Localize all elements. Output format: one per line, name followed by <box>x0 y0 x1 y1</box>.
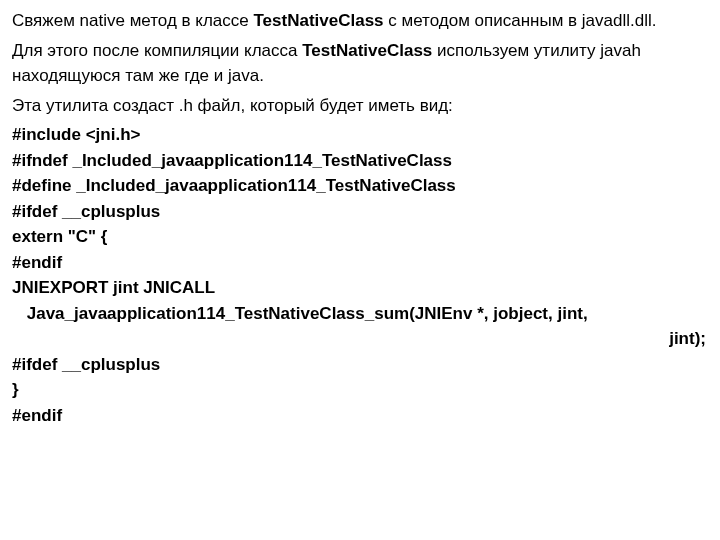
code-ifdef-cpp-1: #ifdef __cplusplus <box>12 199 708 225</box>
paragraph-1: Свяжем native метод в классе TestNativeC… <box>12 8 708 34</box>
code-endif-2: #endif <box>12 403 708 429</box>
class-name: TestNativeClass <box>253 11 383 30</box>
text: Свяжем native метод в классе <box>12 11 253 30</box>
paragraph-2: Для этого после компиляции класса TestNa… <box>12 38 708 89</box>
paragraph-3: Эта утилита создаст .h файл, который буд… <box>12 93 708 119</box>
code-ifdef-cpp-2: #ifdef __cplusplus <box>12 352 708 378</box>
code-close-brace: } <box>12 377 708 403</box>
code-function-sig: Java_javaapplication114_TestNativeClass_… <box>12 301 708 327</box>
code-ifndef: #ifndef _Included_javaapplication114_Tes… <box>12 148 708 174</box>
code-define: #define _Included_javaapplication114_Tes… <box>12 173 708 199</box>
class-name: TestNativeClass <box>302 41 432 60</box>
code-extern-c: extern "C" { <box>12 224 708 250</box>
code-jniexport: JNIEXPORT jint JNICALL <box>12 275 708 301</box>
code-include: #include <jni.h> <box>12 122 708 148</box>
text: Для этого после компиляции класса <box>12 41 302 60</box>
code-function-sig-cont: jint); <box>12 326 708 352</box>
text: с методом описанным в javadll.dll. <box>384 11 657 30</box>
code-endif-1: #endif <box>12 250 708 276</box>
